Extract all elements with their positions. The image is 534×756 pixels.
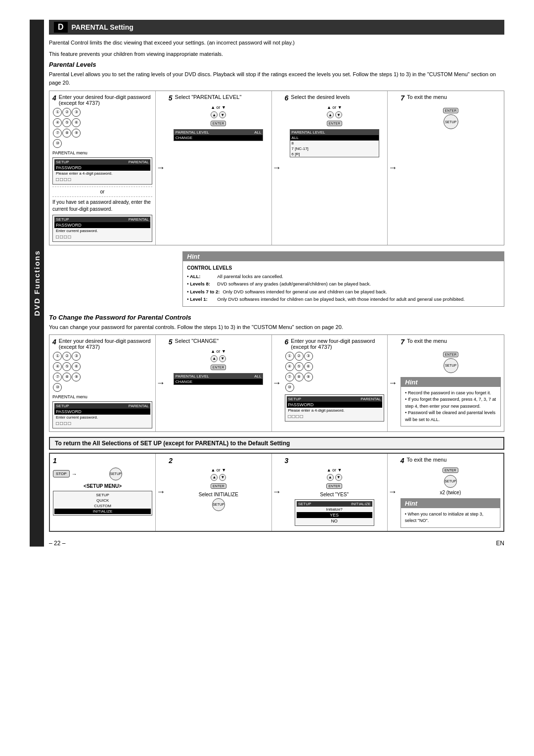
parental-levels-desc: Parental Level allows you to set the rat… (49, 70, 504, 87)
enter-btn-c7: ENTER (443, 352, 459, 357)
level-8: • Levels 8: DVD softwares of any grades … (187, 281, 500, 287)
step-6-change: 6 Enter your new four-digit password (ex… (282, 335, 388, 431)
reset-arrow-3: → (388, 454, 398, 531)
reset-arrow-1: → (156, 454, 166, 531)
down-btn-5: ▼ (219, 111, 226, 118)
level-all: • ALL: All parental locks are cancelled. (187, 273, 500, 280)
level-7-2: • Levels 7 to 2: Only DVD softwares inte… (187, 288, 500, 295)
enter-btn-7: ENTER (443, 108, 459, 113)
menu-screen-change: SETUPPARENTAL PASSWORD Enter current pas… (52, 401, 152, 428)
parental-menu-label-change: PARENTAL menu (52, 394, 152, 399)
setup-btn-7: SETUP (444, 114, 458, 129)
parental-levels-title: Parental Levels (49, 61, 504, 68)
reset-step-2: 2 ▲ or ▼ ▲ ▼ ENTER Select INITIALIZE SET… (166, 454, 271, 531)
setup-btn-c7: SETUP (444, 358, 458, 373)
up-btn-6: ▲ (327, 111, 334, 118)
arrow-c2: → (272, 335, 282, 431)
parental-level-display-6: PARENTAL LEVEL ALL 8 7 [NC-17] 6 [R] (290, 129, 380, 157)
step-5-parental: 5 Select "PARENTAL LEVEL" ▲ or ▼ ▲ ▼ ENT… (166, 91, 272, 245)
change-steps-grid: 4 Enter your desired four-digit password… (49, 334, 504, 432)
parental-level-display-5: PARENTAL LEVELALL CHANGE (174, 129, 264, 141)
hint-change-title: Hint (401, 378, 500, 387)
reset-step-3: 3 ▲ or ▼ ▲ ▼ ENTER Select "YES" SETUPINI… (282, 454, 388, 531)
up-btn-5: ▲ (211, 111, 218, 118)
step-7-change: 7 To exit the menu ENTER SETUP Hint • Re… (398, 335, 504, 431)
num-8: ⑧ (62, 129, 71, 138)
num-3: ③ (72, 108, 81, 117)
section-d-header: D PARENTAL Setting (49, 20, 504, 35)
num-6: ⑥ (72, 118, 81, 127)
parental-menu-label: PARENTAL menu (52, 150, 152, 155)
level-1: • Level 1: Only DVD softwares intended f… (187, 296, 500, 302)
num-2: ② (62, 108, 71, 117)
arrow-c3: → (388, 335, 398, 431)
num-5: ⑤ (62, 118, 71, 127)
stop-btn: STOP (53, 470, 70, 477)
down-btn-6: ▼ (335, 111, 342, 118)
hint-parental: Hint CONTROL LEVELS • ALL: All parental … (182, 251, 504, 307)
num-0: ⑩ (53, 139, 62, 148)
change-level-display: PARENTAL LEVELALL CHANGE (174, 373, 264, 385)
menu-screen-parental: SETUPPARENTAL PASSWORD Please enter a 4-… (52, 157, 152, 185)
change-password-desc: You can change your password for parenta… (49, 323, 504, 331)
step-6-parental: 6 Select the desired levels ▲ or ▼ ▲ ▼ E… (282, 91, 388, 245)
reset-steps-grid: 1 STOP → SETUP <SETUP MENU> SETUP QUICK … (49, 453, 504, 532)
arrow-3: → (388, 91, 398, 245)
enter-btn-5: ENTER (211, 121, 226, 126)
num-1: ① (53, 108, 62, 117)
arrow-c1: → (156, 335, 166, 431)
page-number: – 22 – (49, 540, 65, 547)
step-5-change: 5 Select "CHANGE" ▲ or ▼ ▲ ▼ ENTER PAREN… (166, 335, 272, 431)
twice-note: x2 (twice) (400, 490, 500, 495)
setup-menu-label: <SETUP MENU> (53, 483, 152, 489)
arrow-2: → (272, 91, 282, 245)
num-9: ⑨ (72, 129, 81, 138)
intro-text-1: Parental Control limits the disc viewing… (49, 39, 504, 47)
step-7-parental: 7 To exit the menu ENTER SETUP (398, 91, 504, 245)
reset-arrow-2: → (272, 454, 282, 531)
hint-reset: Hint • When you cancel to initialize at … (400, 498, 500, 528)
section-letter: D (54, 22, 68, 33)
arrow-1: → (156, 91, 166, 245)
step-4-change: 4 Enter your desired four-digit password… (49, 335, 156, 431)
password-already-text: If you have set a password already, ente… (52, 199, 152, 213)
setup-btn-4: SETUP (444, 475, 457, 488)
reset-step-1: 1 STOP → SETUP <SETUP MENU> SETUP QUICK … (50, 454, 156, 531)
intro-text-2: This feature prevents your children from… (49, 50, 504, 58)
reset-section-header: To return the All Selections of SET UP (… (49, 437, 504, 450)
control-levels-title: CONTROL LEVELS (187, 264, 500, 272)
menu-screen-current: SETUPPARENTAL PASSWORD Enter current pas… (52, 215, 152, 242)
sidebar-label: DVD Functions (30, 20, 44, 547)
step-4-parental: 4 Enter your desired four-digit password… (49, 91, 156, 245)
section-title: PARENTAL Setting (72, 23, 134, 31)
hint-parental-title: Hint (183, 252, 504, 261)
lang-indicator: EN (496, 540, 504, 547)
change-password-title: To Change the Password for Parental Cont… (49, 314, 504, 321)
parental-steps-grid: 4 Enter your desired four-digit password… (49, 91, 504, 245)
num-4: ④ (53, 118, 62, 127)
hint-reset-text: • When you cancel to initialize at step … (401, 508, 500, 527)
select-initialize-label: Select INITIALIZE (169, 492, 268, 497)
setup-btn-1: SETUP (109, 468, 122, 480)
enter-btn-6: ENTER (327, 121, 343, 126)
menu-screen-new-pw: SETUPPARENTAL PASSWORD Please enter a 4-… (285, 394, 385, 422)
reset-step-4: 4 To exit the menu ENTER SETUP x2 (twice… (398, 454, 503, 531)
setup-menu-box: SETUP QUICK CUSTOM INITIALIZE (53, 491, 152, 516)
select-yes-label: Select "YES" (285, 492, 384, 497)
num-7: ⑦ (53, 129, 62, 138)
hint-change: Hint • Record the password in case you f… (400, 377, 501, 427)
page-footer: – 22 – EN (49, 540, 504, 547)
